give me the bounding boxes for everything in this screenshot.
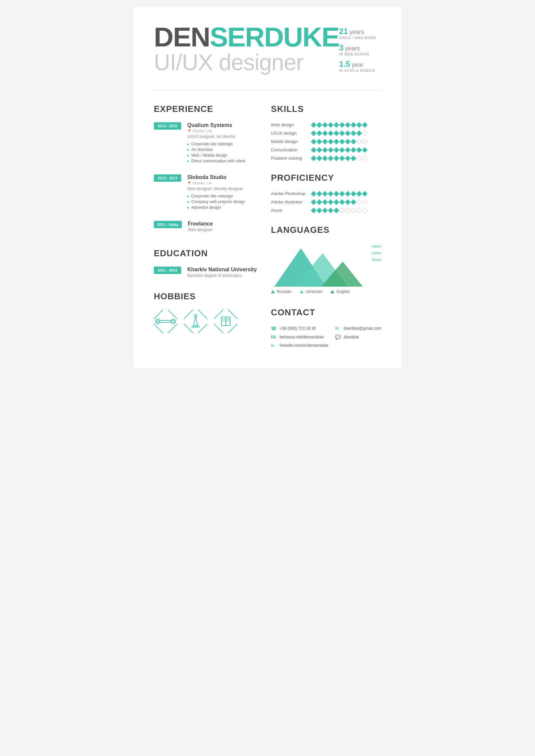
skill-dots [312,208,367,212]
ukrainian-label: Ukrainian [306,289,323,294]
dot-filled [317,139,322,144]
russian-triangle-icon [271,290,275,293]
skill-name: Adobe Illustrator [271,199,308,204]
dot-filled [328,122,334,128]
language-labels: Russian Ukrainian English [271,289,381,294]
dot-filled [322,199,328,205]
contact-behance: Bē behance.net/denserduke [271,334,328,340]
bullet: ▶Art direction [187,147,245,152]
dot-empty [356,199,362,205]
proficiency-section: PROFICIENCY Adobe PhotoshopAdobe Illustr… [271,173,381,213]
dot-filled [328,207,334,213]
dot-filled [351,155,356,161]
dot-filled [334,155,339,161]
dot-empty [356,155,362,161]
stat-web-unit: years [345,45,360,52]
exp-role-2: Web designer [188,228,213,232]
bullet-arrow: ▶ [187,200,189,203]
exp-item-0: 2013 - 2015 Qualium Systems 📍 Kharkiv, U… [154,122,257,164]
dot-empty [362,207,368,213]
dot-filled [311,130,317,136]
dot-empty [362,155,368,161]
dot-filled [322,207,328,213]
languages-chart-wrapper: native native fluent [271,243,381,294]
skills-container: Web designUI/UX designMobile designComun… [271,122,381,161]
bullet-arrow: ▶ [187,154,189,157]
header-divider [154,90,381,91]
linkedin-text: linkedin.com/in/denserduke [280,343,328,348]
contact-skype: 💬 dserdiuk [335,334,381,340]
exp-content-2: Freelance Web designer [188,221,213,235]
svg-rect-5 [174,320,175,323]
dot-filled [351,122,356,128]
name-dark: DEN [154,22,210,52]
dot-filled [345,139,351,144]
skill-dots [312,123,367,127]
dot-filled [334,122,339,128]
bullet: ▶Corporate site redesign [187,194,245,198]
stat-age: 21 years SINCE I WAS BORN [339,27,393,40]
email-text: dserdiuk@gmail.com [344,326,381,331]
dot-filled [339,139,345,144]
skill-name: Axure [271,208,308,213]
dot-filled [311,122,317,128]
stat-ui-unit: year [352,61,363,68]
dot-filled [351,147,356,153]
svg-rect-4 [156,320,157,323]
exp-location-1: 📍 Kharkiv, UA [187,181,245,185]
dot-empty [351,207,356,213]
ukrainian-triangle-icon [300,290,304,293]
dot-filled [311,147,317,153]
dot-filled [351,130,356,136]
dot-filled [311,207,317,213]
education-section: EDUCATION 2011 - 2015 Kharkiv National U… [154,248,257,278]
skill-row: Adobe Photoshop [271,191,381,196]
bullet-arrow: ▶ [187,195,189,198]
dot-filled [311,199,317,205]
dot-filled [356,147,362,153]
skill-name: Mobile design [271,139,308,144]
dot-filled [345,191,351,196]
stat-web: 3 years IN WEB DESIGN [339,43,393,56]
bullet: ▶Company web projects design [187,199,245,204]
dot-filled [322,147,328,153]
linkedin-icon: in [271,343,277,347]
dot-filled [328,130,334,136]
dot-filled [328,191,334,196]
skill-name: Adobe Photoshop [271,191,308,196]
language-chart [271,243,381,287]
edu-school-0: Kharkiv National University [187,267,257,273]
skill-row: Axure [271,208,381,213]
bullet: ▶Advertice design [187,205,245,210]
hobby-fitness-icon [154,310,177,333]
dot-filled [356,130,362,136]
right-column: SKILLS Web designUI/UX designMobile desi… [271,104,381,348]
dot-filled [339,147,345,153]
exp-content-0: Qualium Systems 📍 Kharkiv, UA UI/UX desi… [187,122,245,164]
dot-filled [317,147,322,153]
dot-filled [339,199,345,205]
dot-filled [351,199,356,205]
contact-email: ✉ dserdiuk@gmail.com [335,326,381,331]
dot-filled [322,139,328,144]
dot-filled [345,155,351,161]
stat-age-label: SINCE I WAS BORN [339,36,393,40]
contact-title: CONTACT [271,307,381,318]
dot-filled [345,122,351,128]
dot-filled [351,139,356,144]
exp-role-1: Web designer, Identity designer [187,186,245,191]
skill-row: Problem solving [271,156,381,161]
behance-text: behance.net/denserduke [280,335,324,339]
languages-section: LANGUAGES native native fluent [271,225,381,294]
header-name: DENSERDUKE [154,23,339,51]
edu-item-0: 2011 - 2015 Kharkiv National University … [154,267,257,278]
exp-company-0: Qualium Systems [187,122,245,128]
skill-row: Comunication [271,147,381,152]
experience-section: EXPERIENCE 2013 - 2015 Qualium Systems 📍… [154,104,257,235]
dot-filled [339,191,345,196]
dot-filled [317,199,322,205]
dot-filled [317,191,322,196]
svg-rect-6 [184,310,207,333]
dot-filled [356,122,362,128]
dot-filled [339,130,345,136]
